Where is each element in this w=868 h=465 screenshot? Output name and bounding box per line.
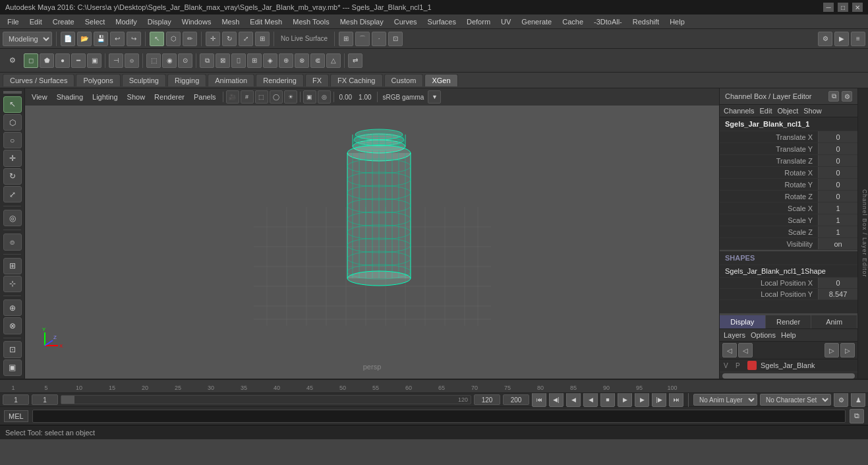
snap-point-button[interactable]: · [372, 32, 386, 46]
extrude-button[interactable]: ⊞ [247, 53, 262, 68]
character-controls-button[interactable]: ♟ [851, 392, 865, 407]
playback-rewind-button[interactable]: ⏮ [532, 392, 546, 407]
camera-left[interactable]: ⊕ [3, 299, 22, 316]
tab-anim[interactable]: Anim [811, 315, 857, 328]
layer-left[interactable]: ⊡ [3, 341, 22, 357]
attr-value-tx[interactable]: 0 [818, 131, 857, 142]
minimize-button[interactable]: ─ [823, 3, 834, 12]
menu-select[interactable]: Select [80, 16, 110, 27]
menu-edit-mesh[interactable]: Edit Mesh [245, 16, 287, 27]
layers-arrow-left2[interactable]: ◁ [738, 343, 753, 357]
vp-grid-btn[interactable]: # [241, 90, 254, 104]
layer-playback-label[interactable]: P [736, 362, 743, 369]
layers-arrow-right2[interactable]: ▷ [840, 343, 855, 357]
menu-generate[interactable]: Generate [517, 16, 556, 27]
tab-sculpting[interactable]: Sculpting [122, 74, 166, 86]
cb-menu-object[interactable]: Object [777, 107, 798, 115]
vp-smooth-btn[interactable]: ◯ [270, 90, 283, 104]
move-tool-button[interactable]: ✛ [206, 32, 220, 46]
rotate-tool-button[interactable]: ↻ [222, 32, 237, 46]
layer-visibility-label[interactable]: V [724, 362, 732, 369]
attr-value-lpx[interactable]: 0 [818, 278, 857, 288]
select-mask-face[interactable]: ▣ [87, 53, 101, 68]
cb-float-button[interactable]: ⧉ [828, 91, 839, 102]
offset-edge-button[interactable]: ⋐ [310, 53, 325, 68]
wireframe-button[interactable]: ⬚ [146, 53, 161, 68]
attr-value-vis[interactable]: on [818, 238, 857, 249]
attr-value-ty[interactable]: 0 [818, 143, 857, 154]
vp-menu-show[interactable]: Show [123, 92, 150, 102]
snap-grid-button[interactable]: ⊞ [339, 32, 353, 46]
redo-button[interactable]: ↪ [127, 32, 141, 46]
command-type-label[interactable]: MEL [4, 410, 28, 422]
vp-wireframe-btn[interactable]: ⬚ [255, 90, 268, 104]
frame-display[interactable] [32, 394, 58, 405]
select-tool-button[interactable]: ↖ [150, 32, 164, 46]
select-mask-vertex[interactable]: ● [55, 53, 70, 68]
scale-tool-button[interactable]: ⤢ [239, 32, 253, 46]
playback-prev-key-button[interactable]: ◀| [549, 392, 564, 407]
playback-play-back-button[interactable]: ◀ [583, 392, 598, 407]
range-end-input[interactable] [503, 394, 529, 405]
menu-cache[interactable]: Cache [558, 16, 588, 27]
attr-value-sx[interactable]: 1 [818, 202, 857, 214]
open-file-button[interactable]: 📂 [77, 32, 92, 46]
scale-tool-left[interactable]: ⤢ [3, 186, 22, 202]
tab-fx-caching[interactable]: FX Caching [330, 74, 382, 86]
ipr-button[interactable]: ▶ [834, 32, 849, 46]
vp-colorspace-btn[interactable]: ▼ [428, 90, 441, 104]
playhead[interactable] [61, 396, 74, 404]
vp-menu-lighting[interactable]: Lighting [88, 92, 122, 102]
layers-menu-help[interactable]: Help [781, 331, 796, 339]
symmetry-button[interactable]: ⊣ [109, 53, 123, 68]
combine-button[interactable]: ⧉ [200, 53, 214, 68]
playback-play-button[interactable]: ▶ [618, 392, 632, 407]
range-start-input[interactable] [474, 394, 500, 405]
vp-menu-shading[interactable]: Shading [53, 92, 87, 102]
playback-stop-button[interactable]: ■ [600, 392, 615, 407]
vp-menu-view[interactable]: View [28, 92, 51, 102]
tab-rigging[interactable]: Rigging [167, 74, 206, 86]
menu-redshift[interactable]: Redshift [628, 16, 664, 27]
close-button[interactable]: ✕ [852, 3, 863, 12]
fill-hole-button[interactable]: △ [326, 53, 341, 68]
attr-value-ry[interactable]: 0 [818, 179, 857, 190]
smooth-button[interactable]: ◉ [162, 53, 177, 68]
menu-create[interactable]: Create [48, 16, 79, 27]
grid-toggle-left[interactable]: ⊞ [3, 258, 22, 274]
rotate-tool-left[interactable]: ↻ [3, 168, 22, 185]
transfer-attr-button[interactable]: ⇄ [348, 53, 362, 68]
attr-value-tz[interactable]: 0 [818, 155, 857, 166]
cb-menu-show[interactable]: Show [803, 107, 822, 115]
vp-light-btn[interactable]: ☀ [284, 90, 297, 104]
tab-animation[interactable]: Animation [208, 74, 254, 86]
maximize-button[interactable]: □ [838, 3, 848, 12]
select-mask-object[interactable]: ◻ [24, 53, 38, 68]
character-set-dropdown[interactable]: No Character Set [760, 394, 831, 406]
loop-cut-button[interactable]: ⊗ [295, 53, 309, 68]
attr-value-sy[interactable]: 1 [818, 214, 857, 226]
playback-next-key-button[interactable]: |▶ [652, 392, 666, 407]
outliner-left[interactable]: ▣ [3, 359, 22, 376]
show-manip-left[interactable]: ◎ [3, 210, 22, 226]
layers-menu-options[interactable]: Options [751, 331, 776, 339]
cb-menu-edit[interactable]: Edit [759, 107, 772, 115]
workspace-dropdown[interactable]: Modeling [3, 32, 52, 46]
cb-menu-channels[interactable]: Channels [724, 107, 754, 115]
tab-rendering[interactable]: Rendering [256, 74, 304, 86]
menu-windows[interactable]: Windows [177, 16, 216, 27]
timeline-scrubber[interactable]: 120 [61, 395, 471, 404]
merge-button[interactable]: ⊕ [279, 53, 293, 68]
render-settings-button[interactable]: ⚙ [818, 32, 832, 46]
tab-xgen[interactable]: XGen [424, 74, 457, 86]
separate-button[interactable]: ⊠ [216, 53, 230, 68]
playback-next-frame-button[interactable]: ▶ [635, 392, 649, 407]
layers-menu-layers[interactable]: Layers [724, 331, 745, 339]
tab-curves-surfaces[interactable]: Curves / Surfaces [3, 74, 74, 86]
menu-mesh[interactable]: Mesh [217, 16, 244, 27]
menu-edit[interactable]: Edit [25, 16, 47, 27]
attribute-editor-strip[interactable]: Channel Box / Layer Editor [857, 88, 868, 379]
menu-curves[interactable]: Curves [390, 16, 422, 27]
menu-display[interactable]: Display [143, 16, 176, 27]
bridge-button[interactable]: ⌷ [231, 53, 246, 68]
